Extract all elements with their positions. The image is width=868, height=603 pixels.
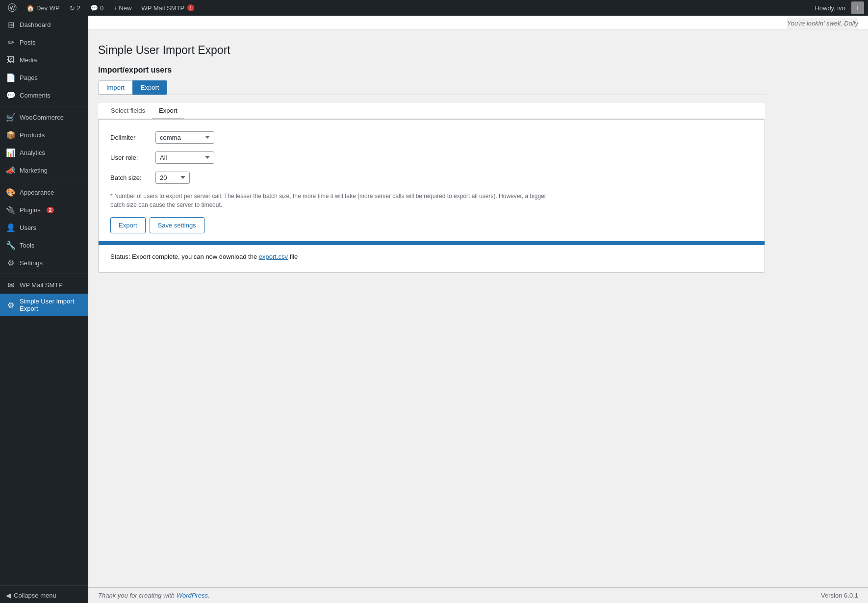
- export-csv-link[interactable]: export.csv: [259, 253, 288, 260]
- adminbar-updates[interactable]: ↻ 2: [66, 0, 84, 16]
- tab-export[interactable]: Export: [132, 80, 168, 95]
- home-icon: 🏠: [26, 4, 34, 12]
- howdy-text[interactable]: Howdy, ivo: [811, 4, 849, 12]
- sidebar-bottom: ◀ Collapse menu: [0, 583, 88, 603]
- sidebar-item-posts[interactable]: ✏ Posts: [0, 33, 88, 51]
- sidebar: ⊞ Dashboard ✏ Posts 🖼 Media 📄 Pages 💬 Co…: [0, 16, 88, 603]
- save-settings-button[interactable]: Save settings: [150, 217, 204, 234]
- analytics-icon: 📊: [6, 148, 16, 157]
- sub-tabs: Select fields Export: [98, 103, 765, 119]
- page-title: Simple User Import Export: [98, 43, 765, 58]
- export-card: Delimiter comma semicolon tab pipe User …: [98, 119, 765, 273]
- sidebar-divider-2: [0, 181, 88, 181]
- comments-icon: 💬: [90, 4, 98, 12]
- user-role-select[interactable]: All Administrator Editor Author Contribu…: [155, 151, 214, 164]
- footer-left: Thank you for creating with WordPress.: [98, 592, 210, 599]
- batch-size-label: Batch size:: [110, 174, 150, 181]
- sidebar-item-plugins[interactable]: 🔌 Plugins 2: [0, 201, 88, 219]
- adminbar-site[interactable]: 🏠 Dev WP: [23, 0, 64, 16]
- dashboard-icon: ⊞: [6, 20, 16, 29]
- collapse-menu-button[interactable]: ◀ Collapse menu: [0, 588, 88, 603]
- delimiter-row: Delimiter comma semicolon tab pipe: [110, 131, 753, 144]
- sidebar-item-media[interactable]: 🖼 Media: [0, 51, 88, 69]
- sidebar-item-users[interactable]: 👤 Users: [0, 219, 88, 236]
- sidebar-divider-3: [0, 274, 88, 274]
- progress-bar-fill: [99, 241, 765, 245]
- posts-icon: ✏: [6, 38, 16, 47]
- adminbar-comments[interactable]: 💬 0: [86, 0, 107, 16]
- adminbar-new[interactable]: + New: [109, 0, 135, 16]
- section-title: Import/export users: [98, 66, 765, 75]
- sidebar-item-tools[interactable]: 🔧 Tools: [0, 236, 88, 254]
- pages-icon: 📄: [6, 73, 16, 82]
- suie-icon: ⚙: [6, 301, 16, 310]
- sidebar-item-comments[interactable]: 💬 Comments: [0, 86, 88, 104]
- delimiter-select[interactable]: comma semicolon tab pipe: [155, 131, 214, 144]
- sidebar-item-woocommerce[interactable]: 🛒 WooCommerce: [0, 108, 88, 126]
- sidebar-item-dashboard[interactable]: ⊞ Dashboard: [0, 16, 88, 33]
- updates-icon: ↻: [70, 4, 75, 12]
- appearance-icon: 🎨: [6, 188, 16, 197]
- footer: Thank you for creating with WordPress. V…: [88, 587, 868, 603]
- tab-import[interactable]: Import: [98, 80, 133, 95]
- user-role-label: User role:: [110, 154, 150, 161]
- dolly-message: You're lookin' swell, Dolly: [787, 18, 858, 29]
- status-text-before: Status: Export complete, you can now dow…: [110, 253, 259, 260]
- sidebar-divider-bottom: [0, 585, 88, 586]
- user-role-row: User role: All Administrator Editor Auth…: [110, 151, 753, 164]
- export-button[interactable]: Export: [110, 217, 146, 234]
- wordpress-link[interactable]: WordPress: [177, 592, 208, 599]
- settings-icon: ⚙: [6, 258, 16, 268]
- sidebar-item-pages[interactable]: 📄 Pages: [0, 69, 88, 86]
- export-panel: Select fields Export Delimiter comma sem…: [98, 103, 765, 273]
- users-icon: 👤: [6, 223, 16, 232]
- sub-tab-select-fields[interactable]: Select fields: [104, 103, 152, 119]
- action-buttons: Export Save settings: [110, 217, 753, 234]
- avatar[interactable]: I: [851, 1, 864, 14]
- plugin-alert-badge: !: [187, 4, 194, 11]
- admin-bar: ⓦ 🏠 Dev WP ↻ 2 💬 0 + New WP Mail SMTP ! …: [0, 0, 868, 16]
- sidebar-item-appearance[interactable]: 🎨 Appearance: [0, 183, 88, 201]
- sub-tab-export[interactable]: Export: [152, 103, 184, 119]
- sidebar-item-wp-mail-smtp[interactable]: ✉ WP Mail SMTP: [0, 276, 88, 294]
- footer-thanks: Thank you for creating with: [98, 592, 177, 599]
- status-text-after: file: [288, 253, 298, 260]
- status-message: Status: Export complete, you can now dow…: [110, 253, 753, 260]
- sidebar-item-analytics[interactable]: 📊 Analytics: [0, 144, 88, 161]
- ie-tabs: Import Export: [98, 80, 765, 95]
- batch-hint-text: * Number of users to export per server c…: [110, 192, 552, 209]
- tools-icon: 🔧: [6, 241, 16, 250]
- sidebar-item-products[interactable]: 📦 Products: [0, 126, 88, 144]
- sidebar-item-marketing[interactable]: 📣 Marketing: [0, 161, 88, 179]
- plugins-badge: 2: [47, 207, 54, 213]
- batch-size-select[interactable]: 10 20 50 100: [155, 172, 190, 184]
- wp-logo-icon[interactable]: ⓦ: [4, 2, 21, 14]
- progress-bar-container: [99, 241, 765, 245]
- marketing-icon: 📣: [6, 166, 16, 175]
- adminbar-plugin[interactable]: WP Mail SMTP !: [137, 0, 198, 16]
- content-area: You're lookin' swell, Dolly Simple User …: [88, 16, 868, 603]
- wpmail-icon: ✉: [6, 280, 16, 290]
- sidebar-item-settings[interactable]: ⚙ Settings: [0, 254, 88, 272]
- content-inner: Simple User Import Export Import/export …: [88, 33, 775, 282]
- media-icon: 🖼: [6, 55, 16, 64]
- collapse-icon: ◀: [6, 592, 11, 599]
- sidebar-nav: ⊞ Dashboard ✏ Posts 🖼 Media 📄 Pages 💬 Co…: [0, 16, 88, 316]
- batch-size-row: Batch size: 10 20 50 100: [110, 172, 753, 184]
- footer-version: Version 6.0.1: [821, 592, 858, 599]
- products-icon: 📦: [6, 130, 16, 140]
- adminbar-left: ⓦ 🏠 Dev WP ↻ 2 💬 0 + New WP Mail SMTP !: [4, 0, 198, 16]
- comments-icon: 💬: [6, 91, 16, 100]
- woocommerce-icon: 🛒: [6, 113, 16, 122]
- adminbar-right: Howdy, ivo I: [811, 1, 864, 14]
- sidebar-item-simple-user-import-export[interactable]: ⚙ Simple User Import Export: [0, 294, 88, 316]
- sidebar-divider-1: [0, 106, 88, 106]
- delimiter-label: Delimiter: [110, 134, 150, 141]
- plugins-icon: 🔌: [6, 205, 16, 215]
